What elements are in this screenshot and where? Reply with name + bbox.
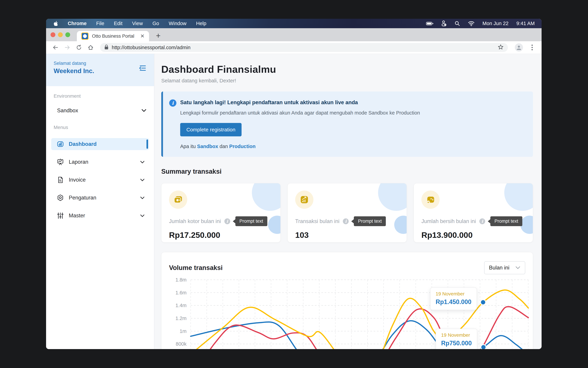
chart-up-icon <box>295 191 313 209</box>
window-controls <box>51 32 70 37</box>
card-net-amount: Jumlah bersih bulan ini i Prompt text Rp… <box>414 183 533 242</box>
home-icon[interactable] <box>86 43 96 52</box>
sidebar: Selamat datang Weekend Inc. Environment … <box>46 54 154 349</box>
otto-favicon <box>81 33 89 40</box>
card-transactions: Transaksi bulan ini i Prompt text 103 <box>288 183 407 242</box>
tooltip-date: 19 November <box>441 332 472 338</box>
url-text[interactable]: http://ottobusinessportal.com/admin <box>112 45 495 50</box>
bookmark-star-icon[interactable] <box>498 44 504 51</box>
sidebar-item-label: Master <box>69 212 85 219</box>
summary-cards: Jumlah kotor bulan ini i Prompt text Rp1… <box>161 183 533 242</box>
tooltip: Prompt text <box>235 216 267 226</box>
menu-item-chrome[interactable]: Chrome <box>68 21 87 26</box>
svg-text:1.8m: 1.8m <box>176 277 187 283</box>
banner-footer: Apa itu Sandbox dan Production <box>180 144 526 149</box>
volume-chart-card: Volume transaksi Bulan ini 1.8m1.6m1.4m1… <box>161 252 533 349</box>
svg-text:1.2m: 1.2m <box>176 316 187 321</box>
environment-label: Environment <box>46 93 154 99</box>
back-icon[interactable] <box>51 43 61 52</box>
banner-accent-bar <box>161 92 163 157</box>
forward-icon[interactable] <box>62 43 72 52</box>
banner-title: Satu langkah lagi! Lengkapi pendaftaran … <box>180 99 526 106</box>
invoice-icon <box>57 176 64 184</box>
sandbox-link[interactable]: Sandbox <box>197 144 218 149</box>
tab-title: Otto Business Portal <box>92 34 134 39</box>
production-link[interactable]: Production <box>229 144 255 149</box>
chevron-down-icon <box>515 265 520 271</box>
lock-icon[interactable] <box>104 44 109 51</box>
collapse-sidebar-icon[interactable] <box>139 64 146 72</box>
menu-item-file[interactable]: File <box>96 21 104 26</box>
banner-footer-mid: dan <box>219 144 228 149</box>
card-value: Rp17.250.000 <box>169 230 273 240</box>
svg-text:800k: 800k <box>176 341 187 347</box>
sidebar-item-laporan[interactable]: Laporan <box>51 156 149 168</box>
new-tab-button[interactable]: + <box>156 32 161 40</box>
environment-select[interactable]: Sandbox <box>57 108 146 114</box>
info-icon[interactable]: i <box>343 218 349 224</box>
chevron-down-icon <box>140 159 145 165</box>
chevron-down-icon <box>140 195 145 201</box>
sidebar-item-label: Laporan <box>69 159 88 165</box>
menu-item-go[interactable]: Go <box>153 21 159 26</box>
main-content: Dashboard Finansialmu Selamat datang kem… <box>154 54 542 349</box>
minimize-window-button[interactable] <box>58 32 63 37</box>
close-window-button[interactable] <box>51 32 55 37</box>
browser-toolbar: http://ottobusinessportal.com/admin <box>46 41 542 54</box>
info-icon[interactable]: i <box>224 218 230 224</box>
banner-footer-prefix: Apa itu <box>180 144 196 149</box>
banknote-icon <box>169 191 187 209</box>
complete-registration-button[interactable]: Complete registration <box>180 123 242 136</box>
browser-tab[interactable]: Otto Business Portal ✕ <box>77 31 149 41</box>
sidebar-item-master[interactable]: Master <box>51 210 149 222</box>
info-icon[interactable]: i <box>479 218 485 224</box>
profile-avatar[interactable] <box>515 43 523 52</box>
sidebar-item-pengaturan[interactable]: Pengaturan <box>51 192 149 204</box>
card-gross-amount: Jumlah kotor bulan ini i Prompt text Rp1… <box>161 183 280 242</box>
close-tab-icon[interactable]: ✕ <box>140 34 145 39</box>
menu-item-edit[interactable]: Edit <box>114 21 122 26</box>
menu-item-help[interactable]: Help <box>196 21 206 26</box>
menu-item-view[interactable]: View <box>132 21 143 26</box>
reload-icon[interactable] <box>74 43 84 52</box>
page-title: Dashboard Finansialmu <box>161 64 533 75</box>
menu-bar-time[interactable]: 9:41 AM <box>516 21 535 26</box>
welcome-label: Selamat datang <box>54 61 146 66</box>
period-value: Bulan ini <box>489 265 509 271</box>
active-indicator <box>146 139 148 149</box>
summary-heading: Summary transaksi <box>161 168 533 175</box>
registration-banner: i Satu langkah lagi! Lengkapi pendaftara… <box>161 92 533 157</box>
apple-icon[interactable] <box>53 21 58 27</box>
battery-icon[interactable] <box>426 22 434 26</box>
sidebar-item-invoice[interactable]: Invoice <box>51 174 149 186</box>
search-icon[interactable] <box>455 21 460 26</box>
tooltip: Prompt text <box>354 216 386 226</box>
period-dropdown[interactable]: Bulan ini <box>484 261 525 274</box>
environment-value: Sandbox <box>57 108 78 114</box>
chevron-down-icon <box>140 177 145 183</box>
kebab-menu-icon[interactable] <box>527 43 537 52</box>
dashboard-icon <box>57 140 64 148</box>
sidebar-header: Selamat datang Weekend Inc. <box>46 54 154 86</box>
sidebar-item-label: Pengaturan <box>69 195 96 201</box>
zoom-window-button[interactable] <box>65 32 70 37</box>
card-label: Transaksi bulan ini <box>295 218 339 224</box>
decorative-circle <box>252 183 280 211</box>
menu-bar-date[interactable]: Mon Jun 22 <box>482 21 508 26</box>
menu-item-window[interactable]: Window <box>169 21 186 26</box>
sidebar-item-dashboard[interactable]: Dashboard <box>51 138 149 150</box>
svg-text:1m: 1m <box>180 328 187 334</box>
chevron-down-icon <box>141 108 146 114</box>
sliders-icon <box>57 212 64 219</box>
card-label: Jumlah bersih bulan ini <box>421 218 476 224</box>
info-icon: i <box>169 99 176 107</box>
company-name: Weekend Inc. <box>54 67 146 75</box>
page-subtitle: Selamat datang kembali, Dexter! <box>161 78 533 83</box>
wifi-icon[interactable] <box>468 21 475 26</box>
user-switch-icon[interactable] <box>442 20 447 27</box>
tooltip: Prompt text <box>490 216 522 226</box>
address-bar[interactable]: http://ottobusinessportal.com/admin <box>100 43 508 52</box>
card-value: 103 <box>295 230 399 240</box>
tooltip-date: 19 November <box>436 291 471 297</box>
menus-label: Menus <box>46 125 154 130</box>
